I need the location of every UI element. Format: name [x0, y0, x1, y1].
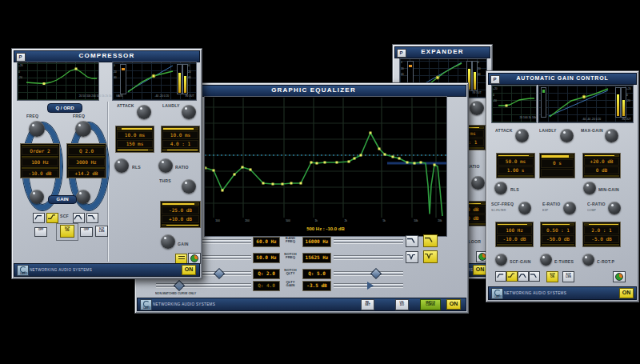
slider-handle[interactable] [174, 280, 185, 291]
qlty-slider[interactable] [156, 282, 251, 288]
rls-knob[interactable] [494, 182, 507, 194]
gain-slider[interactable] [334, 282, 403, 288]
gain-value: -3.5 dB [302, 281, 331, 291]
qlty-value: Q: 4.0 [253, 281, 280, 291]
comp-transfer-graph: 0 20 40 0 20 40 GAIN -40 -20 0 20 IN OUT [112, 62, 197, 101]
eq-graph[interactable]: 100 200 500 1k 2k 5k 10k 20k 500 Hz : -1… [204, 96, 447, 237]
preset-button[interactable]: P [16, 53, 26, 62]
agc-window: P AUTOMATIC GAIN CONTROL +20 0 -20 20 10… [486, 70, 639, 302]
attack-display: 10.0 ms 150 ms [115, 126, 154, 153]
mingain-knob[interactable] [583, 182, 596, 194]
slider-handle[interactable] [214, 268, 225, 279]
lawo-logo: LAWO [17, 265, 29, 276]
lowshelf-filter-button[interactable] [506, 271, 518, 282]
makeup-gain-knob[interactable] [161, 234, 175, 249]
undo-button[interactable]: UN- DO [395, 299, 409, 310]
scf-on-button[interactable]: SCF ON [546, 271, 558, 282]
agc-title-bar[interactable]: P AUTOMATIC GAIN CONTROL [488, 73, 637, 85]
band-lp-button[interactable] [406, 235, 418, 247]
band2-gain-knob[interactable] [76, 190, 90, 204]
compressor-bottom-bar: LAWO NETWORKING AUDIO SYSTEMS ON [14, 263, 200, 277]
lahdly-knob[interactable] [182, 105, 196, 119]
agc-title: AUTOMATIC GAIN CONTROL [517, 75, 609, 81]
equalizer-on-button[interactable]: ON [446, 299, 461, 310]
gain-pill: GAIN [48, 195, 77, 204]
thrs-knob[interactable] [471, 176, 485, 190]
lahdly-knob[interactable] [470, 101, 484, 115]
hp-filter-button[interactable] [495, 271, 506, 282]
routing-button[interactable] [613, 271, 626, 282]
thrs-knob[interactable] [182, 179, 196, 194]
scf-on-button[interactable]: SCF ON [60, 225, 74, 238]
expander-title-bar[interactable]: P EXPANDER [394, 46, 490, 58]
routing-button[interactable] [188, 253, 201, 264]
hp-filter-button[interactable] [33, 213, 45, 223]
notch-qlty-high-slider[interactable] [334, 270, 403, 276]
notch-icon [406, 252, 416, 261]
compressor-title-bar[interactable]: P COMPRESSOR [14, 50, 200, 62]
agc-freq-curve [498, 87, 534, 114]
reset-button[interactable]: RE- SET [361, 299, 374, 310]
notch-enable-button[interactable] [423, 250, 438, 263]
lowpass-icon [530, 272, 538, 279]
band1-freq-knob[interactable] [29, 121, 45, 137]
notch-button[interactable] [406, 251, 418, 263]
lahdly-label: LAHDLY [162, 104, 180, 108]
lp-filter-button[interactable] [529, 271, 540, 282]
bandpass-filter-button[interactable] [518, 271, 529, 282]
in-meter [615, 87, 621, 118]
lahdly-knob[interactable] [560, 129, 574, 142]
eratio-label: E-RATIO [542, 202, 560, 206]
bandpass-icon [74, 214, 82, 221]
agc-on-button[interactable]: ON [619, 288, 634, 298]
notch-qlty-label: NOTCH QLTY [283, 268, 298, 275]
band1-off-button[interactable]: OFF [34, 227, 47, 237]
compressor-on-button[interactable]: ON [182, 265, 196, 275]
lahdly-label: LAHDLY [539, 129, 557, 133]
band-filter-enable-button[interactable] [423, 234, 438, 247]
agc-freq-graph: +20 0 -20 20 100 1k 10k [491, 85, 537, 123]
ethres-knob[interactable] [540, 254, 552, 266]
attack-display: 50.0 ms 1.00 s [496, 153, 535, 178]
in-meter [177, 64, 182, 94]
bandpass-filter-button[interactable] [73, 213, 85, 223]
scf-listen-button[interactable]: SCF LSN [95, 226, 108, 237]
q-ord-toggle[interactable]: Q / ORD [47, 103, 82, 113]
freq-label-1: FREQ [26, 114, 38, 118]
band-freq-high-value: 16000 Hz [302, 237, 331, 247]
equalizer-title: GRAPHIC EQUALIZER [271, 86, 356, 94]
thrs-display: -25.0 dB +10.0 dB [160, 201, 201, 228]
cratio-knob[interactable] [608, 202, 621, 214]
notch-freq-high-slider[interactable] [334, 254, 403, 260]
rls-label: RLS [132, 166, 141, 170]
scf-listen-button[interactable]: SCF LSN [562, 271, 574, 282]
band2-off-button[interactable]: OFF [80, 227, 93, 237]
slider-handle[interactable] [367, 282, 374, 290]
attack-knob[interactable] [137, 105, 151, 119]
scffreq-knob[interactable] [518, 202, 531, 214]
io-labels: IN OUT [473, 91, 482, 94]
rls-knob[interactable] [114, 158, 129, 173]
band-freq-high-slider[interactable] [334, 238, 403, 244]
gain-label: GAIN [178, 242, 189, 246]
lawo-logo: LAWO [140, 299, 152, 310]
slider-handle[interactable] [370, 268, 382, 279]
lp-filter-button[interactable] [86, 213, 98, 223]
preset-button[interactable]: P [397, 49, 406, 58]
preset-button[interactable]: P [490, 75, 500, 84]
equalizer-bottom-bar: LAWO NETWORKING AUDIO SYSTEMS RE- SET UN… [137, 298, 466, 311]
band2-freq-knob[interactable] [75, 121, 91, 137]
gain-axis-label: GAIN [116, 94, 122, 97]
match-curve-button[interactable]: MATCH CURVE [420, 299, 441, 310]
ratio-knob[interactable] [158, 158, 173, 173]
band1-gain-knob[interactable] [30, 190, 44, 204]
attack-knob[interactable] [515, 129, 529, 142]
maxgain-display: +20.0 dB 0 dB [582, 153, 621, 178]
scfgain-knob[interactable] [495, 254, 507, 266]
eratio-knob[interactable] [563, 202, 576, 214]
agc-transfer-graph: +20 0 -20 -60 -40 -20 0 20 IN OUT [538, 85, 634, 123]
crotp-knob[interactable] [582, 254, 594, 266]
stripes-icon [178, 256, 185, 260]
maxgain-knob[interactable] [605, 129, 618, 142]
lowshelf-filter-button[interactable] [46, 213, 58, 223]
